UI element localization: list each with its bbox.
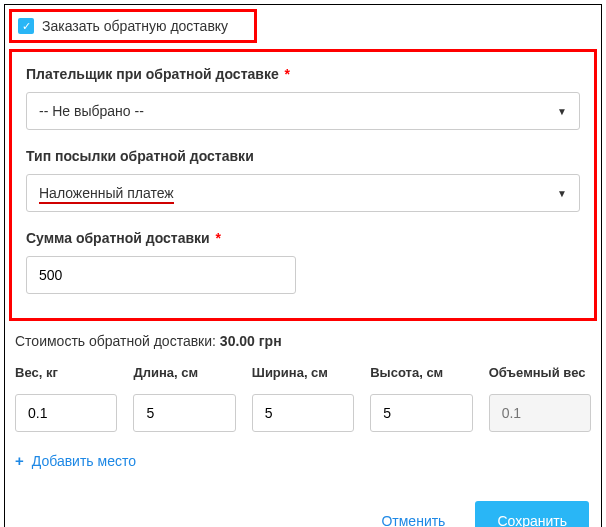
- payer-label: Плательщик при обратной доставке *: [26, 66, 580, 82]
- actions-row: Отменить Сохранить: [9, 501, 589, 527]
- form-container: ✓ Заказать обратную доставку Плательщик …: [4, 4, 602, 527]
- required-mark: *: [285, 66, 290, 82]
- save-button[interactable]: Сохранить: [475, 501, 589, 527]
- width-col: Ширина, см: [252, 365, 354, 432]
- plus-icon: +: [15, 452, 24, 469]
- width-input[interactable]: [252, 394, 354, 432]
- sum-input[interactable]: [26, 256, 296, 294]
- return-delivery-checkbox-row[interactable]: ✓ Заказать обратную доставку: [9, 9, 257, 43]
- weight-col: Вес, кг: [15, 365, 117, 432]
- payer-select-value: -- Не выбрано --: [39, 103, 144, 119]
- height-label: Высота, см: [370, 365, 472, 380]
- volumetric-input: [489, 394, 591, 432]
- return-cost-row: Стоимость обратной доставки: 30.00 грн: [15, 333, 597, 349]
- return-cost-label: Стоимость обратной доставки:: [15, 333, 216, 349]
- sum-group: Сумма обратной доставки *: [26, 230, 580, 294]
- return-delivery-section: Плательщик при обратной доставке * -- Не…: [9, 49, 597, 321]
- parcel-type-label: Тип посылки обратной доставки: [26, 148, 580, 164]
- checkbox-checked-icon[interactable]: ✓: [18, 18, 34, 34]
- width-label: Ширина, см: [252, 365, 354, 380]
- chevron-down-icon: ▼: [557, 188, 567, 199]
- parcel-type-value: Наложенный платеж: [39, 185, 174, 204]
- payer-select[interactable]: -- Не выбрано -- ▼: [26, 92, 580, 130]
- sum-label: Сумма обратной доставки *: [26, 230, 580, 246]
- weight-input[interactable]: [15, 394, 117, 432]
- weight-label: Вес, кг: [15, 365, 117, 380]
- sum-label-text: Сумма обратной доставки: [26, 230, 210, 246]
- length-col: Длина, см: [133, 365, 235, 432]
- volumetric-label: Объемный вес: [489, 365, 591, 380]
- height-col: Высота, см: [370, 365, 472, 432]
- payer-group: Плательщик при обратной доставке * -- Не…: [26, 66, 580, 130]
- chevron-down-icon: ▼: [557, 106, 567, 117]
- return-delivery-label: Заказать обратную доставку: [42, 18, 228, 34]
- add-place-link[interactable]: + Добавить место: [15, 452, 136, 469]
- add-place-text: Добавить место: [32, 453, 136, 469]
- dimensions-row: Вес, кг Длина, см Ширина, см Высота, см …: [15, 365, 591, 432]
- required-mark: *: [216, 230, 221, 246]
- parcel-type-group: Тип посылки обратной доставки Наложенный…: [26, 148, 580, 212]
- length-input[interactable]: [133, 394, 235, 432]
- return-cost-value: 30.00 грн: [220, 333, 282, 349]
- cancel-button[interactable]: Отменить: [375, 503, 451, 527]
- length-label: Длина, см: [133, 365, 235, 380]
- volumetric-col: Объемный вес: [489, 365, 591, 432]
- parcel-type-select[interactable]: Наложенный платеж ▼: [26, 174, 580, 212]
- height-input[interactable]: [370, 394, 472, 432]
- payer-label-text: Плательщик при обратной доставке: [26, 66, 279, 82]
